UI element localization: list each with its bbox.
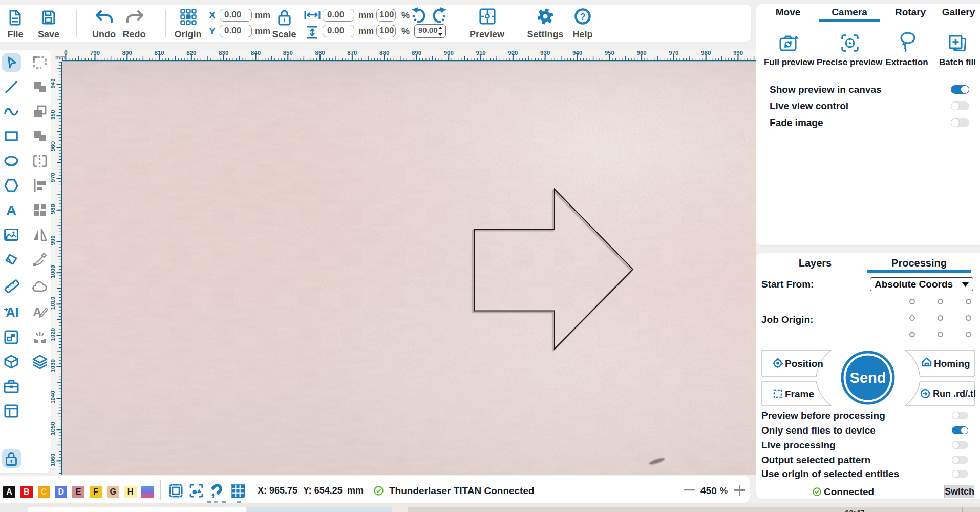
- svg-text:1040: 1040: [51, 391, 56, 404]
- svg-text:970: 970: [51, 173, 56, 182]
- svg-text:860: 860: [315, 50, 325, 56]
- svg-text:840: 840: [251, 50, 261, 56]
- svg-text:960: 960: [637, 50, 647, 56]
- svg-text:1050: 1050: [51, 422, 56, 435]
- svg-text:?: ?: [580, 11, 586, 22]
- svg-text:Send: Send: [850, 370, 886, 386]
- svg-text:Run .rd/.tl: Run .rd/.tl: [933, 388, 976, 399]
- svg-text:870: 870: [347, 50, 357, 56]
- svg-text:980: 980: [701, 50, 711, 56]
- svg-text:Homing: Homing: [934, 358, 970, 369]
- svg-text:950: 950: [51, 110, 56, 120]
- svg-text:820: 820: [186, 50, 196, 56]
- svg-text:1000: 1000: [51, 265, 56, 278]
- svg-text:790: 790: [90, 50, 100, 56]
- svg-text:0: 0: [64, 50, 68, 56]
- svg-text:1060: 1060: [51, 454, 56, 467]
- svg-text:990: 990: [733, 50, 743, 56]
- svg-text:Frame: Frame: [785, 388, 814, 399]
- svg-text:900: 900: [444, 50, 454, 56]
- svg-text:A: A: [6, 203, 16, 217]
- svg-text:970: 970: [669, 50, 678, 56]
- svg-text:830: 830: [219, 50, 228, 56]
- svg-text:940: 940: [572, 50, 582, 56]
- svg-text:950: 950: [605, 50, 614, 56]
- svg-text:AI: AI: [6, 305, 19, 319]
- svg-text:850: 850: [283, 50, 293, 56]
- svg-text:880: 880: [379, 50, 389, 56]
- svg-text:960: 960: [51, 141, 56, 151]
- svg-text:Position: Position: [785, 358, 823, 369]
- svg-text:980: 980: [51, 204, 56, 214]
- svg-text:1020: 1020: [51, 328, 56, 341]
- svg-text:1010: 1010: [51, 297, 56, 310]
- svg-text:930: 930: [540, 50, 550, 56]
- svg-text:940: 940: [51, 78, 56, 88]
- svg-text:1030: 1030: [51, 359, 56, 373]
- svg-text:800: 800: [122, 50, 132, 56]
- svg-text:890: 890: [412, 50, 421, 56]
- svg-text:990: 990: [51, 235, 56, 245]
- svg-text:810: 810: [155, 50, 164, 56]
- svg-text:910: 910: [476, 50, 486, 56]
- svg-text:920: 920: [508, 50, 518, 56]
